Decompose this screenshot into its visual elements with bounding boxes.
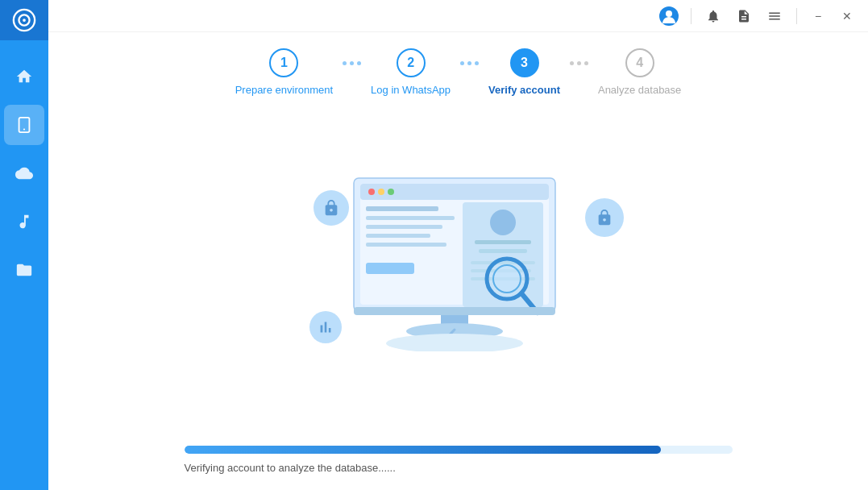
progress-status-text: Verifying account to analyze the databas… [185, 462, 733, 474]
content-area: 1 Prepare environment 2 Log in WhatsApp … [48, 32, 868, 490]
menu-button[interactable] [762, 4, 787, 28]
sidebar-item-music[interactable] [4, 201, 44, 242]
step-4-circle: 4 [625, 48, 654, 77]
float-lock-right [585, 198, 624, 237]
sidebar-item-cloud[interactable] [4, 153, 44, 193]
sidebar-item-folder[interactable] [4, 250, 44, 290]
user-avatar-button[interactable] [657, 4, 681, 28]
svg-point-6 [666, 10, 672, 17]
svg-rect-21 [475, 240, 531, 244]
step-1-circle: 1 [269, 48, 298, 77]
svg-point-20 [490, 210, 516, 235]
minimize-button[interactable]: − [807, 5, 829, 27]
sidebar [0, 0, 48, 490]
illustration-area [81, 112, 836, 438]
dot4 [460, 61, 464, 65]
step-4-label: Analyze database [598, 84, 681, 96]
dot8 [577, 61, 581, 65]
step-3-circle: 3 [510, 48, 539, 77]
svg-rect-15 [366, 225, 442, 229]
svg-rect-18 [366, 263, 414, 274]
step-dots-3 [570, 61, 588, 65]
notification-button[interactable] [701, 4, 725, 28]
dot5 [467, 61, 471, 65]
progress-area: Verifying account to analyze the databas… [185, 446, 733, 474]
step-4: 4 Analyze database [598, 48, 681, 96]
app-logo [0, 0, 48, 40]
illustration-container [289, 174, 628, 376]
progress-bar-fill [185, 446, 662, 454]
svg-point-32 [386, 334, 523, 351]
progress-bar-background [185, 446, 733, 454]
titlebar: − ✕ [48, 0, 868, 32]
svg-point-10 [368, 189, 375, 195]
svg-point-4 [23, 128, 25, 130]
step-2-label: Log in WhatsApp [371, 84, 451, 96]
svg-rect-23 [471, 261, 535, 264]
svg-point-27 [493, 265, 521, 293]
step-3: 3 Verify account [488, 48, 560, 96]
step-1-label: Prepare environment [235, 84, 333, 96]
step-1: 1 Prepare environment [235, 48, 333, 96]
svg-point-12 [388, 189, 394, 195]
svg-point-11 [378, 189, 384, 195]
titlebar-divider [691, 8, 691, 24]
svg-rect-13 [366, 206, 438, 211]
svg-rect-16 [366, 234, 430, 238]
step-dots-2 [460, 61, 479, 65]
titlebar-divider2 [796, 8, 797, 24]
svg-rect-22 [479, 249, 527, 253]
close-button[interactable]: ✕ [836, 5, 858, 27]
sidebar-item-home[interactable] [4, 56, 44, 97]
main-content: − ✕ 1 Prepare environment 2 Log in Whats… [48, 0, 868, 490]
svg-rect-17 [366, 243, 446, 247]
titlebar-controls: − ✕ [657, 4, 858, 28]
step-2-circle: 2 [397, 48, 426, 77]
svg-point-2 [23, 19, 26, 22]
dot6 [475, 61, 479, 65]
dot7 [570, 61, 574, 65]
step-3-label: Verify account [488, 84, 560, 96]
step-2: 2 Log in WhatsApp [371, 48, 451, 96]
dot3 [357, 61, 361, 65]
doc-button[interactable] [732, 4, 756, 28]
float-chart [309, 311, 342, 343]
dot2 [350, 61, 354, 65]
monitor-illustration [338, 174, 571, 351]
step-dots-1 [343, 61, 361, 65]
sidebar-item-device[interactable] [4, 105, 44, 145]
dot9 [584, 61, 588, 65]
dot1 [343, 61, 347, 65]
sidebar-nav [0, 56, 48, 290]
steps-indicator: 1 Prepare environment 2 Log in WhatsApp … [81, 48, 836, 96]
svg-rect-31 [354, 307, 555, 315]
svg-rect-14 [366, 216, 455, 220]
